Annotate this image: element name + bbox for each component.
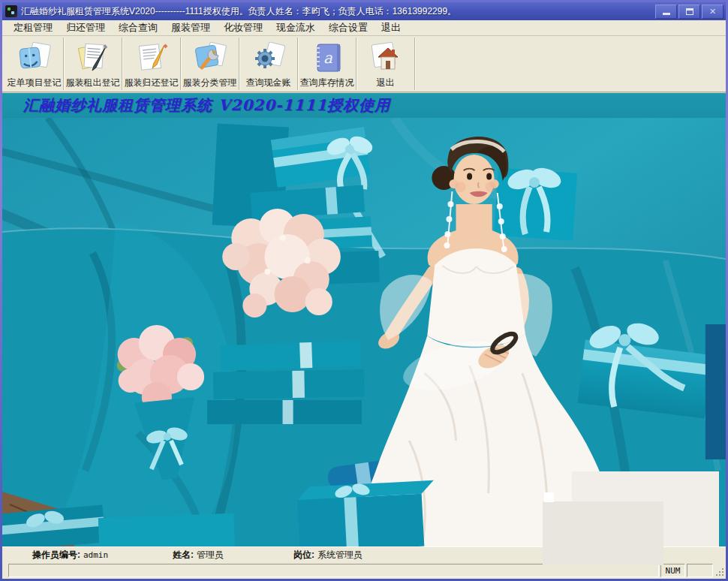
menubar: 定租管理 归还管理 综合查询 服装管理 化妆管理 现金流水 综合设置 退出 — [2, 20, 726, 36]
toolbar-order-entry-button[interactable]: 定单项目登记 — [5, 38, 64, 90]
maximize-button[interactable] — [678, 5, 700, 19]
rent-out-doc-pen-icon — [75, 40, 111, 76]
order-folder-icon — [17, 40, 53, 76]
toolbar-inventory-query-button[interactable]: a 查询库存情况 — [298, 38, 356, 90]
notebook-a-icon: a — [309, 40, 345, 76]
operator-role-panel: 岗位: 系统管理员 — [286, 549, 436, 561]
operator-id-value: admin — [83, 550, 108, 560]
menu-item-clothing-management[interactable]: 服装管理 — [164, 20, 217, 36]
minimize-button[interactable] — [655, 5, 677, 19]
toolbar-category-manage-button[interactable]: 服装分类管理 — [181, 38, 239, 90]
watermark-patch-square — [544, 492, 554, 502]
menu-item-makeup-management[interactable]: 化妆管理 — [217, 20, 269, 36]
toolbar-rent-out-button[interactable]: 服装租出登记 — [64, 38, 122, 90]
menu-item-comprehensive-query[interactable]: 综合查询 — [112, 20, 164, 36]
menu-item-cash-flow[interactable]: 现金流水 — [269, 20, 322, 36]
gift-box-bottom-mid — [98, 513, 235, 546]
operator-name-label: 姓名: — [173, 549, 194, 561]
toolbar-button-label: 服装租出登记 — [66, 77, 120, 89]
app-icon[interactable] — [5, 5, 17, 17]
menu-item-rental-management[interactable]: 定租管理 — [7, 20, 59, 36]
window-title: 汇融婚纱礼服租赁管理系统V2020----------1111授权使用。负责人姓… — [21, 5, 655, 18]
toolbar-button-label: 服装归还登记 — [125, 77, 179, 89]
wrench-box-icon — [192, 40, 228, 76]
operator-role-label: 岗位: — [293, 549, 314, 561]
menu-item-exit[interactable]: 退出 — [375, 20, 408, 36]
menu-item-general-settings[interactable]: 综合设置 — [322, 20, 375, 36]
toolbar-return-entry-button[interactable]: 服装归还登记 — [122, 38, 181, 90]
minimize-icon — [663, 13, 670, 15]
watermark-patch-medium — [543, 501, 663, 565]
gear-doc-icon — [251, 40, 287, 76]
license-banner: 汇融婚纱礼服租赁管理系统 V2020-1111授权使用 — [2, 92, 726, 118]
operator-id-label: 操作员编号: — [32, 549, 80, 561]
toolbar-button-label: 定单项目登记 — [8, 77, 62, 89]
operator-name-value: 管理员 — [197, 549, 224, 561]
gift-box-stack-mid — [207, 341, 364, 424]
toolbar-exit-button[interactable]: 退出 — [356, 38, 415, 90]
svg-text:a: a — [323, 49, 332, 67]
app-window: 汇融婚纱礼服租赁管理系统V2020----------1111授权使用。负责人姓… — [0, 0, 728, 581]
license-banner-text: 汇融婚纱礼服租赁管理系统 V2020-1111授权使用 — [23, 95, 390, 116]
maximize-icon — [686, 8, 693, 15]
toolbar: 定单项目登记 服装租出登记 — [2, 36, 726, 92]
toolbar-cash-query-button[interactable]: 查询现金账 — [239, 38, 298, 90]
toolbar-button-label: 查询现金账 — [246, 77, 291, 89]
toolbar-button-label: 查询库存情况 — [300, 77, 354, 89]
return-doc-pencil-icon — [134, 40, 170, 76]
close-icon: ✕ — [709, 8, 716, 16]
operator-name-panel: 姓名: 管理员 — [162, 549, 286, 561]
exit-home-icon — [368, 40, 404, 76]
menu-item-return-management[interactable]: 归还管理 — [59, 20, 112, 36]
navy-box — [705, 324, 726, 459]
close-button[interactable]: ✕ — [702, 5, 723, 19]
num-lock-indicator: NUM — [660, 564, 685, 577]
gift-box-bottom-center — [296, 477, 437, 546]
operator-id-panel: 操作员编号: admin — [8, 549, 162, 561]
toolbar-button-label: 服装分类管理 — [183, 77, 237, 89]
resize-grip[interactable] — [714, 564, 725, 577]
toolbar-button-label: 退出 — [377, 77, 395, 89]
statusbar-message-panel — [8, 564, 659, 577]
operator-role-value: 系统管理员 — [317, 549, 362, 561]
titlebar: 汇融婚纱礼服租赁管理系统V2020----------1111授权使用。负责人姓… — [2, 2, 726, 20]
statusbar-empty-panel — [687, 564, 713, 577]
